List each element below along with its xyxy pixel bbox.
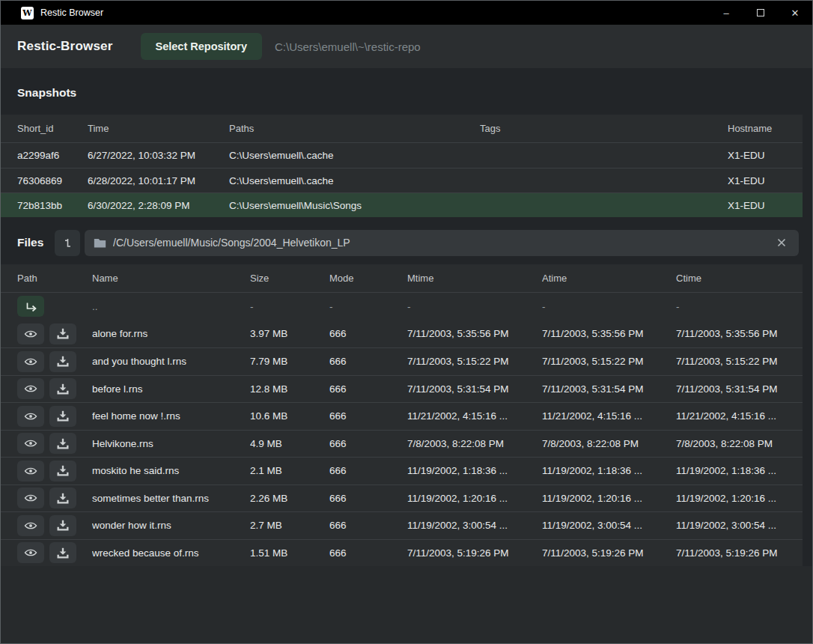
download-icon (57, 328, 69, 339)
column-header-hostname: Hostname (728, 123, 803, 134)
minimize-button[interactable]: – (709, 1, 743, 25)
file-ctime: 7/11/2003, 5:31:54 PM (676, 383, 803, 395)
column-header-short-id: Short_id (17, 123, 88, 134)
file-mode: 666 (329, 383, 407, 395)
download-file-button[interactable] (49, 542, 76, 563)
file-mode: 666 (329, 493, 407, 504)
preview-file-button[interactable] (17, 461, 44, 482)
files-toolbar-button[interactable] (55, 230, 80, 256)
preview-file-button[interactable] (17, 515, 44, 536)
file-size: 3.97 MB (250, 328, 329, 339)
file-ctime: 11/19/2002, 1:20:16 ... (676, 493, 803, 504)
snapshot-row[interactable]: 72b813bb 6/30/2022, 2:28:09 PM C:\Users\… (1, 192, 803, 217)
file-mode: 666 (329, 356, 407, 367)
parent-directory-row[interactable]: .. - - - - - (1, 293, 803, 321)
file-atime: 7/11/2003, 5:31:54 PM (542, 383, 676, 395)
file-row: sometimes better than.rns 2.26 MB 666 11… (1, 484, 803, 512)
close-button[interactable]: ✕ (778, 1, 812, 25)
snapshot-time: 6/30/2022, 2:28:09 PM (88, 200, 229, 211)
eye-icon (24, 329, 37, 339)
file-size: 10.6 MB (250, 410, 329, 422)
section-divider (1, 217, 812, 228)
file-atime: 11/21/2002, 4:15:16 ... (542, 410, 676, 422)
file-ctime: 11/19/2002, 1:18:36 ... (676, 465, 803, 476)
preview-file-button[interactable] (17, 433, 44, 454)
preview-file-button[interactable] (17, 542, 44, 563)
eye-icon (24, 383, 37, 394)
eye-icon (24, 520, 37, 531)
eye-icon (24, 356, 37, 367)
column-header-mode: Mode (329, 273, 407, 284)
file-mtime: 7/8/2003, 8:22:08 PM (407, 438, 542, 449)
file-actions (17, 323, 92, 344)
files-path-input[interactable]: /C/Users/emuell/Music/Songs/2004_Helveti… (113, 237, 773, 249)
snapshots-table-header: Short_id Time Paths Tags Hostname (1, 115, 803, 142)
snapshots-title: Snapshots (17, 86, 796, 100)
file-mtime: 7/11/2003, 5:31:54 PM (407, 383, 542, 395)
file-ctime: 7/8/2003, 8:22:08 PM (676, 438, 803, 449)
column-header-name: Name (92, 273, 250, 284)
file-name: before l.rns (92, 383, 250, 395)
download-file-button[interactable] (49, 433, 76, 454)
file-name: wonder how it.rns (92, 520, 250, 531)
clear-path-button[interactable] (773, 234, 790, 251)
download-file-button[interactable] (49, 487, 76, 508)
snapshot-row[interactable]: a2299af6 6/27/2022, 10:03:32 PM C:\Users… (1, 143, 803, 168)
file-atime: 11/19/2002, 3:00:54 ... (542, 520, 676, 531)
file-size: 4.9 MB (250, 438, 329, 449)
preview-file-button[interactable] (17, 487, 44, 508)
download-icon (57, 465, 69, 476)
snapshot-paths: C:\Users\emuell\.cache (229, 175, 480, 186)
download-file-button[interactable] (49, 351, 76, 372)
eye-icon (24, 547, 37, 558)
download-file-button[interactable] (49, 323, 76, 344)
window-title: Restic Browser (40, 7, 103, 18)
download-file-button[interactable] (49, 515, 76, 536)
column-header-tags: Tags (480, 123, 728, 134)
snapshot-hostname: X1-EDU (728, 175, 803, 186)
file-atime: 7/11/2003, 5:35:56 PM (542, 328, 676, 339)
close-icon: ✕ (791, 7, 800, 19)
snapshot-short-id: a2299af6 (17, 150, 88, 161)
file-name: sometimes better than.rns (92, 493, 250, 504)
parent-dir-atime: - (542, 301, 676, 312)
parent-dir-ctime: - (676, 301, 803, 312)
file-name: Helvikone.rns (92, 438, 250, 449)
go-to-parent-button[interactable] (17, 296, 44, 317)
snapshot-time: 6/27/2022, 10:03:32 PM (88, 150, 229, 161)
clear-x-icon (777, 238, 786, 247)
repository-path-input[interactable]: C:\Users\emuell\~\restic-repo (275, 40, 421, 53)
file-ctime: 7/11/2003, 5:35:56 PM (676, 328, 803, 339)
snapshots-section-header: Snapshots (1, 68, 812, 115)
file-atime: 7/11/2003, 5:15:22 PM (542, 356, 676, 367)
files-path-bar[interactable]: /C/Users/emuell/Music/Songs/2004_Helveti… (85, 230, 799, 256)
file-ctime: 11/19/2002, 3:00:54 ... (676, 520, 803, 531)
file-actions (17, 406, 92, 427)
file-row: moskito he said.rns 2.1 MB 666 11/19/200… (1, 457, 803, 484)
snapshot-row[interactable]: 76306869 6/28/2022, 10:01:17 PM C:\Users… (1, 168, 803, 192)
download-icon (57, 547, 69, 559)
preview-file-button[interactable] (17, 351, 44, 372)
snapshot-hostname: X1-EDU (728, 150, 803, 161)
file-size: 2.26 MB (250, 493, 329, 504)
parent-dir-arrow-icon (25, 302, 37, 312)
download-file-button[interactable] (49, 378, 76, 399)
file-actions (17, 487, 92, 508)
snapshot-short-id: 76306869 (17, 175, 88, 186)
file-size: 12.8 MB (250, 383, 329, 395)
download-file-button[interactable] (49, 406, 76, 427)
maximize-button[interactable] (743, 1, 778, 25)
column-header-paths: Paths (229, 123, 480, 134)
download-file-button[interactable] (49, 461, 76, 482)
file-mode: 666 (329, 438, 407, 449)
files-table-gap (1, 258, 812, 264)
file-actions (17, 515, 92, 536)
eye-icon (24, 493, 37, 503)
download-icon (57, 383, 69, 395)
repository-header: Restic-Browser Select Repository C:\User… (1, 25, 812, 68)
select-repository-button[interactable]: Select Repository (141, 33, 263, 60)
file-atime: 11/19/2002, 1:20:16 ... (542, 493, 676, 504)
preview-file-button[interactable] (17, 323, 44, 344)
preview-file-button[interactable] (17, 406, 44, 427)
preview-file-button[interactable] (17, 378, 44, 399)
